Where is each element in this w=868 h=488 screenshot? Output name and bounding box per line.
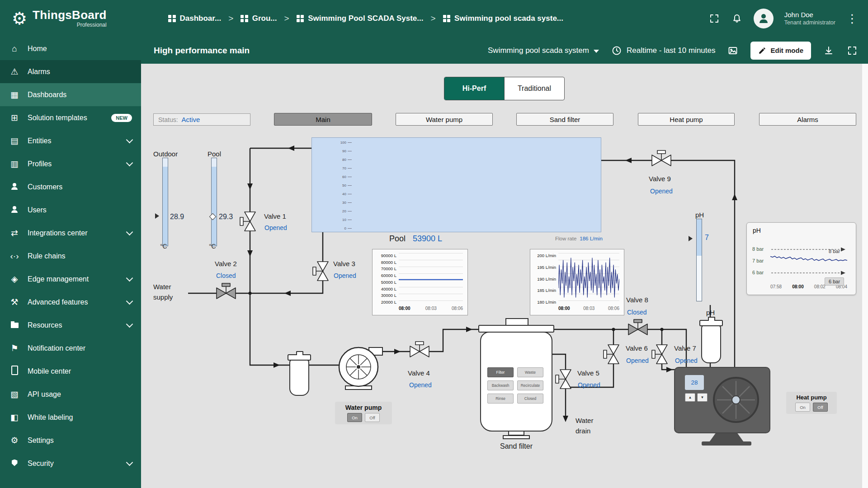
sidebar-item-notification-center[interactable]: ⚑Notification center: [0, 337, 141, 360]
valve-7[interactable]: [651, 343, 673, 365]
water-pump-off-button[interactable]: Off: [365, 413, 380, 422]
rule-chains-icon: ‹·›: [9, 251, 20, 261]
valve-8[interactable]: [627, 319, 649, 340]
integrations-icon: ⇄: [9, 228, 20, 238]
image-export-icon[interactable]: [727, 45, 739, 56]
setpoint-down-button[interactable]: ▼: [697, 393, 708, 402]
thingsboard-logo[interactable]: ⚙ ThingsBoard Professional: [0, 9, 153, 28]
kebab-menu-icon[interactable]: ⋮: [846, 12, 858, 26]
download-icon[interactable]: [823, 45, 835, 56]
pool-volume-value: 53900 L: [413, 234, 442, 244]
outdoor-thermometer: [162, 158, 168, 246]
valve-9-label: Valve 9: [649, 175, 671, 183]
nav-button-sand-filter[interactable]: Sand filter: [516, 113, 613, 126]
sidebar-item-entities[interactable]: ▤Entities: [0, 129, 141, 152]
valve-1-label: Valve 1: [264, 212, 286, 220]
nav-button-main[interactable]: Main: [274, 113, 372, 126]
dashboard-select[interactable]: Swimming pool scada system: [488, 46, 599, 55]
nav-button-heat-pump[interactable]: Heat pump: [638, 113, 735, 126]
breadcrumb-separator: >: [284, 14, 289, 23]
fullscreen-icon[interactable]: [708, 13, 720, 24]
nav-button-water-pump[interactable]: Water pump: [396, 113, 493, 126]
sidebar-item-integrations-center[interactable]: ⇄Integrations center: [0, 221, 141, 244]
toggle-traditional[interactable]: Traditional: [504, 77, 564, 100]
sidebar-item-settings[interactable]: ⚙Settings: [0, 429, 141, 452]
water-pump[interactable]: [338, 346, 379, 388]
status-label: Status:: [158, 116, 178, 123]
setpoint-up-button[interactable]: ▲: [685, 393, 695, 402]
sand-filter-foot: [503, 435, 530, 439]
pool-temp-unit: °C: [209, 243, 216, 250]
sidebar-item-security[interactable]: Security: [0, 452, 141, 475]
clock-icon: [611, 45, 623, 56]
status-field[interactable]: Status: Active: [153, 113, 250, 126]
nav-button-alarms[interactable]: Alarms: [759, 113, 856, 126]
breadcrumb-group[interactable]: Grou...: [241, 14, 277, 23]
valve-5-state: Opened: [578, 381, 600, 389]
ph-gauge-label: pH: [695, 211, 704, 219]
sidebar-item-users[interactable]: Users: [0, 198, 141, 221]
user-name: John Doe: [784, 11, 835, 19]
entities-icon: ▤: [9, 136, 20, 146]
chevron-down-icon: [126, 229, 133, 236]
mode-backwash-button[interactable]: Backwash: [487, 380, 514, 390]
ph-gauge: [696, 219, 702, 301]
scrollbar-track[interactable]: [862, 64, 868, 488]
dashboard-grid-icon: [443, 15, 451, 23]
notifications-bell-icon[interactable]: [731, 13, 743, 24]
sidebar-item-resources[interactable]: Resources: [0, 314, 141, 337]
water-pump-on-button[interactable]: On: [347, 413, 362, 422]
toggle-hi-perf[interactable]: Hi-Perf: [444, 77, 504, 100]
sidebar-item-advanced-features[interactable]: ⚒Advanced features: [0, 291, 141, 314]
valve-4[interactable]: [409, 341, 430, 362]
sidebar-item-customers[interactable]: Customers: [0, 175, 141, 198]
valve-7-state: Opened: [675, 357, 698, 364]
chevron-down-icon: [126, 160, 133, 167]
timewindow-button[interactable]: Realtime - last 10 minutes: [611, 45, 716, 56]
mode-filter-button[interactable]: Filter: [487, 367, 514, 377]
user-avatar[interactable]: [754, 9, 774, 28]
breadcrumb-scada-group[interactable]: Swimming Pool SCADA Syste...: [297, 14, 424, 23]
valve-3[interactable]: [312, 260, 334, 282]
ph-chart-panel: pH 8 bar 7 bar 6 bar 8 bar 6 bar 07:58 0…: [746, 222, 856, 295]
mode-waste-button[interactable]: Waste: [517, 367, 543, 377]
valve-6[interactable]: [603, 343, 624, 365]
sidebar-item-api-usage[interactable]: ▧API usage: [0, 383, 141, 406]
ph-filter-label: pH: [706, 309, 715, 316]
breadcrumb-current-dashboard[interactable]: Swimming pool scada syste...: [443, 14, 563, 23]
ph-min-badge: 6 bar: [825, 277, 844, 286]
outdoor-temp-value: 28.9: [170, 213, 184, 221]
fullscreen-icon[interactable]: [846, 45, 858, 56]
valve-1[interactable]: [239, 211, 261, 232]
sidebar-item-dashboards[interactable]: ▦Dashboards: [0, 83, 141, 106]
sidebar-item-edge-management[interactable]: ◈Edge management: [0, 267, 141, 291]
valve-4-state: Opened: [409, 381, 432, 389]
pool-temp-value: 29.3: [219, 213, 233, 221]
user-info[interactable]: John Doe Tenant administrator: [784, 11, 835, 26]
mode-recirculate-button[interactable]: Recirculate: [517, 380, 543, 390]
sidebar-item-profiles[interactable]: ▥Profiles: [0, 152, 141, 175]
breadcrumb-dashboards[interactable]: Dashboar...: [168, 14, 221, 23]
edge-icon: ◈: [9, 274, 20, 284]
sidebar-item-rule-chains[interactable]: ‹·›Rule chains: [0, 244, 141, 267]
valve-2[interactable]: [215, 282, 237, 304]
mode-closed-button[interactable]: Closed: [517, 394, 543, 404]
water-drain-label: Waterdrain: [576, 415, 593, 436]
edit-mode-button[interactable]: Edit mode: [750, 42, 811, 60]
flag-icon: ⚑: [9, 343, 20, 353]
scada-canvas: Hi-Perf Traditional Status: Active Main …: [141, 64, 868, 488]
pool-volume: Pool 53900 L: [389, 234, 442, 244]
heat-pump-on-button[interactable]: On: [795, 403, 810, 412]
heat-pump-off-button[interactable]: Off: [813, 403, 828, 412]
sidebar-item-white-labeling[interactable]: ◧White labeling: [0, 406, 141, 429]
valve-9[interactable]: [651, 150, 672, 171]
sidebar-item-alarms[interactable]: ⚠Alarms: [0, 60, 141, 83]
logo-gear-icon: ⚙: [12, 10, 27, 27]
paint-icon: ◧: [9, 412, 20, 422]
sidebar-item-home[interactable]: ⌂Home: [0, 37, 141, 60]
valve-5[interactable]: [555, 368, 576, 390]
valve-8-state: Closed: [627, 309, 647, 316]
sidebar-item-mobile-center[interactable]: Mobile center: [0, 360, 141, 383]
sidebar-item-solution-templates[interactable]: ⊞Solution templatesNEW: [0, 106, 141, 129]
mode-rinse-button[interactable]: Rinse: [487, 394, 514, 404]
